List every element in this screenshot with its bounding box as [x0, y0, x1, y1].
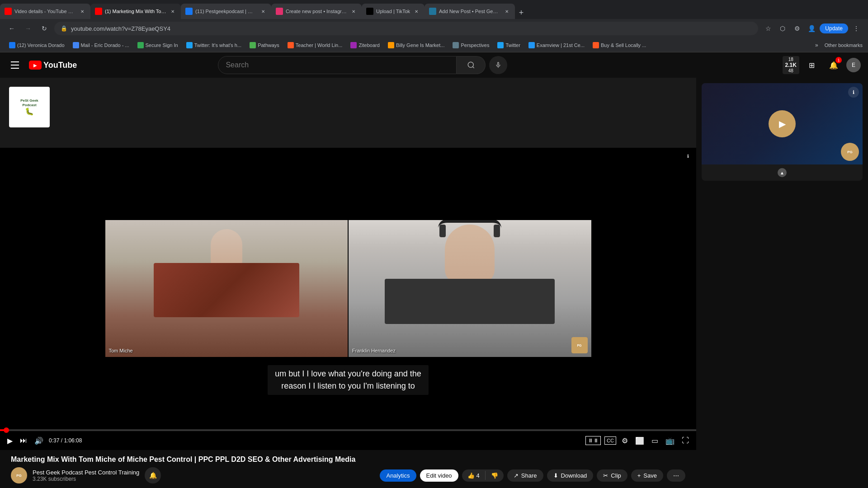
more-options-icon[interactable]: ⋮ [850, 22, 863, 35]
video-info-button[interactable]: ℹ [684, 151, 693, 160]
clip-button[interactable]: ✂ Clip [597, 469, 627, 482]
other-bookmarks-label[interactable]: Other bookmarks [825, 42, 863, 48]
profile-icon[interactable]: 👤 [805, 22, 818, 35]
address-actions: ☆ ⬡ ⚙ 👤 Update ⋮ [762, 22, 863, 35]
search-input[interactable] [226, 61, 449, 69]
tab-tiktok[interactable]: Upload | TikTok ✕ [362, 4, 425, 19]
analytics-button[interactable]: Analytics [380, 469, 416, 482]
cast-button[interactable]: 📺 [664, 435, 676, 447]
bookmark-label: Twitter [505, 42, 520, 48]
save-button[interactable]: + Save [631, 469, 663, 482]
tab-close-fb[interactable]: ✕ [259, 8, 267, 15]
voice-search-button[interactable] [489, 56, 507, 74]
headphone-right-cup [494, 225, 500, 237]
theater-button[interactable]: ▭ [650, 435, 660, 447]
bookmark-buy-sell[interactable]: Buy & Sell Locally ... [589, 40, 650, 51]
tab-yt-studio[interactable]: Video details - YouTube Studio ✕ [0, 4, 90, 19]
search-button[interactable] [457, 56, 486, 74]
bookmark-secure-sign[interactable]: Secure Sign In [134, 40, 182, 51]
bookmark-label: Mail - Eric Dorado - ... [81, 42, 129, 48]
sidebar-watermark: PG [841, 143, 859, 161]
dislike-button[interactable]: 👎 [486, 469, 504, 482]
bookmark-label: Perspectives [461, 42, 489, 48]
like-button[interactable]: 👍 4 [462, 469, 485, 482]
thumbs-up-icon: 👍 [467, 472, 475, 479]
bookmark-ziteboard[interactable]: Ziteboard [347, 40, 383, 51]
pause-indicator[interactable]: ⏸⏸ [585, 436, 601, 445]
sidebar-recommended-card[interactable]: ▶ ℹ PG ▲ [702, 83, 863, 181]
current-time: 0:37 [49, 437, 59, 444]
tab-close-active[interactable]: ✕ [169, 8, 176, 15]
bookmark-favicon [453, 42, 459, 48]
thumbs-down-icon: 👎 [491, 472, 498, 479]
edit-video-button[interactable]: Edit video [420, 469, 458, 482]
tab-close-ig[interactable]: ✕ [350, 8, 357, 15]
tab-yt-watch[interactable]: (1) Marketing Mix With Tom Mic... ✕ [90, 4, 181, 19]
bookmark-star-icon[interactable]: ☆ [762, 22, 774, 35]
share-button[interactable]: ↗ Share [507, 469, 543, 482]
search-box[interactable] [218, 56, 457, 74]
podcast-logo-icon: 🐛 [20, 107, 38, 116]
video-frame[interactable]: ℹ Tom Miche [0, 148, 696, 429]
play-button[interactable]: ▶ [5, 435, 14, 447]
podcast-logo: PeSt GeekPodcast 🐛 [9, 87, 50, 127]
volume-button[interactable]: 🔊 [33, 435, 45, 447]
sidebar-thumbnail-bg: ▶ [702, 83, 863, 164]
new-tab-button[interactable]: + [515, 6, 528, 19]
bookmark-veronica[interactable]: (12) Veronica Dorado [5, 40, 68, 51]
user-avatar[interactable]: E [846, 58, 861, 72]
tab-close-btn[interactable]: ✕ [79, 8, 86, 15]
apps-icon[interactable]: ⊞ [803, 56, 821, 74]
tab-close-tiktok[interactable]: ✕ [413, 8, 420, 15]
bookmark-twitter-whats[interactable]: Twitter: It's what's h... [183, 40, 245, 51]
bookmark-examview[interactable]: Examview | 21st Ce... [525, 40, 588, 51]
stats-mid: 2.1K [785, 62, 797, 68]
bookmark-favicon [250, 42, 256, 48]
video-participant-left: Tom Miche [105, 220, 348, 357]
next-button[interactable]: ⏭ [18, 435, 29, 446]
sync-icon[interactable]: ⚙ [791, 22, 803, 35]
refresh-button[interactable]: ↻ [38, 22, 51, 35]
main-content: PeSt GeekPodcast 🐛 ℹ To [0, 78, 868, 488]
more-actions-button[interactable]: ⋯ [667, 469, 685, 482]
tab-fb[interactable]: (11) Pestgeekpodcast | Miami Fl... ✕ [181, 4, 271, 19]
tab-ig[interactable]: Create new post • Instagram ✕ [271, 4, 362, 19]
notifications-icon[interactable]: 🔔 1 [825, 56, 843, 74]
tab-close-pestgeek[interactable]: ✕ [503, 8, 510, 15]
sidebar-card-info: ▲ [702, 164, 863, 181]
settings-button[interactable]: ⚙ [620, 435, 630, 447]
sidebar-info-button[interactable]: ℹ [848, 87, 859, 98]
tab-pestgeek[interactable]: Add New Post • Pest Geek Pest C... ✕ [425, 4, 515, 19]
bookmark-billy-gene[interactable]: Billy Gene Is Market... [384, 40, 448, 51]
bookmark-twitter2[interactable]: Twitter [494, 40, 524, 51]
miniplayer-button[interactable]: ⬜ [633, 435, 646, 447]
notifications-subscribe-button[interactable]: 🔔 [145, 467, 161, 483]
subtitle-text: um but I I love what you're doing and th… [268, 365, 429, 395]
progress-scrubber[interactable] [4, 427, 9, 433]
menu-button[interactable] [7, 57, 24, 73]
tab-bar: Video details - YouTube Studio ✕ (1) Mar… [0, 0, 868, 19]
bookmark-mail[interactable]: Mail - Eric Dorado - ... [69, 40, 133, 51]
url-bar[interactable]: 🔒 youtube.com/watch?v=Z78EyaeQSY4 [54, 22, 758, 35]
bookmark-teacher[interactable]: Teacher | World Lin... [284, 40, 346, 51]
forward-button[interactable]: → [22, 22, 34, 35]
bookmark-perspectives[interactable]: Perspectives [449, 40, 493, 51]
extensions-icon[interactable]: ⬡ [776, 22, 789, 35]
person-shirt-right [385, 279, 555, 324]
sidebar-video-thumbnail: ▶ ℹ PG [702, 83, 863, 164]
youtube-logo-area: YouTube [7, 57, 77, 73]
fullscreen-button[interactable]: ⛶ [680, 435, 691, 446]
update-button[interactable]: Update [820, 23, 848, 33]
youtube-logo[interactable]: YouTube [29, 61, 77, 70]
bookmark-favicon [186, 42, 193, 48]
video-meta-row: PG Pest Geek Podcast Pest Control Traini… [11, 467, 685, 483]
video-progress-bar[interactable] [0, 429, 696, 431]
captions-button[interactable]: CC [604, 436, 616, 445]
bookmark-label: Teacher | World Lin... [296, 42, 343, 48]
video-container: PeSt GeekPodcast 🐛 ℹ To [0, 78, 696, 488]
back-button[interactable]: ← [5, 22, 18, 35]
download-button[interactable]: ⬇ Download [547, 469, 594, 482]
bookmarks-more-button[interactable]: » [811, 42, 822, 48]
channel-avatar[interactable]: PG [11, 467, 27, 483]
bookmark-pathways[interactable]: Pathways [246, 40, 283, 51]
